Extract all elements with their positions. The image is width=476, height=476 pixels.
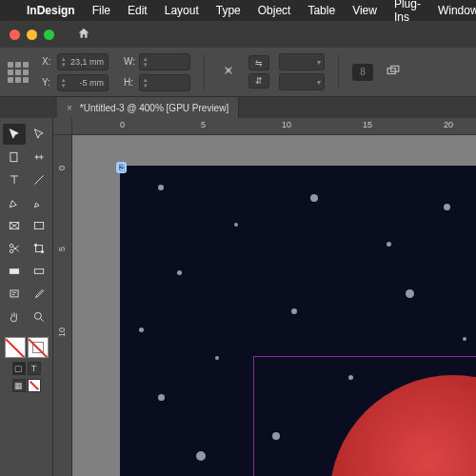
tab-title: *Untitled-3 @ 400% [GPU Preview] <box>80 103 228 113</box>
h-input[interactable]: ▴▾ <box>139 74 190 91</box>
ruler-tick: 10 <box>282 120 291 129</box>
svg-rect-11 <box>10 269 18 274</box>
stepper-icon[interactable]: ▴▾ <box>62 77 66 89</box>
style-dropdown[interactable]: ▾ <box>279 73 325 90</box>
menu-type[interactable]: Type <box>216 4 241 17</box>
ruler-tick: 5 <box>57 247 67 251</box>
svg-rect-3 <box>10 152 16 161</box>
menu-plugins[interactable]: Plug-Ins <box>394 0 421 24</box>
stroke-swatch[interactable] <box>28 337 49 358</box>
w-label: W: <box>124 56 135 67</box>
menu-edit[interactable]: Edit <box>128 4 148 17</box>
separator <box>338 55 339 89</box>
normal-mode-button[interactable]: ▦ <box>12 379 26 392</box>
page-tool[interactable] <box>3 147 26 168</box>
hand-tool[interactable] <box>3 307 26 327</box>
tool-grid <box>3 124 50 327</box>
reference-point-grid[interactable] <box>8 62 29 83</box>
scissors-tool[interactable] <box>3 238 26 259</box>
pen-tool[interactable] <box>3 192 26 213</box>
mode-row: ▦ <box>12 379 41 392</box>
type-tool[interactable] <box>3 169 26 190</box>
w-input[interactable]: ▴▾ <box>139 53 190 70</box>
menu-file[interactable]: File <box>92 4 110 17</box>
x-value: 23,1 mm <box>70 57 104 67</box>
ruler-tick: 20 <box>444 120 453 129</box>
main-area: ▢ T ▦ 0 5 10 15 20 25 0 5 10 ⎘ <box>0 118 476 476</box>
zoom-tool[interactable] <box>28 307 50 327</box>
menu-object[interactable]: Object <box>258 4 291 17</box>
gradient-swatch-tool[interactable] <box>3 261 26 282</box>
svg-rect-12 <box>34 269 43 274</box>
gradient-feather-tool[interactable] <box>28 261 50 282</box>
svg-point-7 <box>10 249 13 253</box>
note-tool[interactable] <box>3 284 26 305</box>
vertical-ruler[interactable]: 0 5 10 <box>53 135 72 476</box>
svg-rect-13 <box>10 290 17 297</box>
stepper-icon[interactable]: ▴▾ <box>144 77 148 89</box>
fill-stroke-swatches[interactable] <box>5 337 49 358</box>
document-tab[interactable]: × *Untitled-3 @ 400% [GPU Preview] <box>57 97 239 118</box>
link-indicator[interactable]: 8 <box>352 64 373 81</box>
pencil-tool[interactable] <box>28 192 50 213</box>
menu-view[interactable]: View <box>352 4 377 17</box>
close-tab-icon[interactable]: × <box>67 103 72 113</box>
minimize-window-button[interactable] <box>27 30 37 40</box>
svg-point-6 <box>10 244 13 248</box>
app-name[interactable]: InDesign <box>27 4 75 17</box>
stroke-dropdown[interactable]: ▾ <box>279 53 325 70</box>
x-input[interactable]: ▴▾ 23,1 mm <box>57 53 109 70</box>
traffic-lights <box>10 30 54 40</box>
flip-vertical-button[interactable]: ⇵ <box>248 73 269 89</box>
close-window-button[interactable] <box>10 30 20 40</box>
menu-table[interactable]: Table <box>307 4 335 17</box>
stepper-icon[interactable]: ▴▾ <box>144 56 148 68</box>
system-menubar: InDesign File Edit Layout Type Object Ta… <box>0 0 476 21</box>
ruler-tick: 15 <box>363 120 372 129</box>
svg-point-10 <box>41 250 43 252</box>
pasteboard[interactable]: ⎘ <box>72 135 476 476</box>
ruler-tick: 10 <box>57 327 67 337</box>
free-transform-tool[interactable] <box>28 238 50 259</box>
ruler-tick: 5 <box>201 120 206 129</box>
direct-selection-tool[interactable] <box>28 124 50 145</box>
rectangle-tool[interactable] <box>28 215 50 236</box>
home-icon[interactable] <box>77 27 90 43</box>
rectangle-frame-tool[interactable] <box>3 215 26 236</box>
formatting-row: ▢ T <box>12 362 41 375</box>
apply-color-button[interactable]: ▢ <box>12 362 26 375</box>
link-badge-icon[interactable]: ⎘ <box>116 162 127 173</box>
svg-point-14 <box>34 312 41 319</box>
selection-tool[interactable] <box>3 124 26 145</box>
horizontal-ruler[interactable]: 0 5 10 15 20 25 <box>72 118 476 135</box>
maximize-window-button[interactable] <box>44 30 54 40</box>
menu-window[interactable]: Window <box>438 4 476 17</box>
window-chrome <box>0 21 476 48</box>
svg-point-9 <box>34 244 36 246</box>
separator <box>204 55 205 89</box>
fill-swatch[interactable] <box>5 337 26 358</box>
eyedropper-tool[interactable] <box>28 284 50 305</box>
y-label: Y: <box>42 77 53 88</box>
effects-icon[interactable] <box>383 64 404 80</box>
apply-text-button[interactable]: T <box>28 362 41 375</box>
dropdown-group: ▾ ▾ <box>279 53 325 90</box>
line-tool[interactable] <box>28 169 50 190</box>
menu-layout[interactable]: Layout <box>165 4 199 17</box>
canvas-area: 0 5 10 15 20 25 0 5 10 ⎘ <box>53 118 476 476</box>
flip-horizontal-button[interactable]: ⇋ <box>248 55 269 70</box>
gap-tool[interactable] <box>28 147 50 168</box>
ruler-tick: 0 <box>120 120 125 129</box>
svg-rect-5 <box>34 223 43 229</box>
constrain-icon[interactable] <box>218 64 239 80</box>
control-bar: X: ▴▾ 23,1 mm Y: ▴▾ -5 mm W: ▴▾ H: ▴▾ <box>0 48 476 97</box>
stepper-icon[interactable]: ▴▾ <box>62 56 66 68</box>
y-input[interactable]: ▴▾ -5 mm <box>57 74 109 91</box>
document-page[interactable] <box>120 166 476 476</box>
x-label: X: <box>42 56 53 67</box>
preview-mode-button[interactable] <box>28 379 41 392</box>
flip-group: ⇋ ⇵ <box>248 55 269 89</box>
position-group: X: ▴▾ 23,1 mm Y: ▴▾ -5 mm <box>42 53 109 91</box>
h-label: H: <box>124 77 135 88</box>
ruler-origin[interactable] <box>53 118 72 135</box>
